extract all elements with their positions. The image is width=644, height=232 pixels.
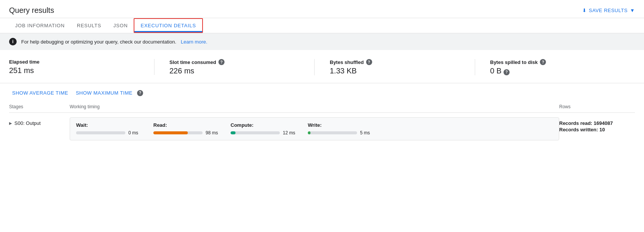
- elapsed-time-label: Elapsed time: [9, 59, 39, 65]
- rows-col-s00: Records read: 1694087 Records written: 1…: [559, 117, 635, 133]
- metric-bytes-shuffled: Bytes shuffled ? 1.33 KB: [330, 59, 475, 75]
- download-icon: ⬇: [582, 8, 587, 13]
- timing-help-icon[interactable]: ?: [137, 90, 143, 96]
- timing-read-fill: [153, 131, 188, 134]
- bytes-spilled-label: Bytes spilled to disk: [490, 59, 538, 65]
- slot-time-label: Slot time consumed: [170, 59, 217, 65]
- tab-execution-details[interactable]: EXECUTION DETAILS: [134, 18, 203, 33]
- stage-row-s00: ▶ S00: Output Wait: 0 ms Read:: [9, 113, 635, 145]
- timing-write-value: 5 ms: [360, 130, 370, 135]
- stage-expand-icon[interactable]: ▶: [9, 121, 12, 125]
- timing-read: Read: 98 ms: [153, 122, 221, 135]
- stage-name-s00[interactable]: ▶ S00: Output: [9, 117, 70, 126]
- info-icon: i: [9, 38, 17, 45]
- timing-compute-bar: [231, 131, 280, 134]
- learn-more-link[interactable]: Learn more.: [181, 39, 207, 45]
- rows-col-header: Rows: [559, 104, 635, 109]
- timing-write-label: Write:: [308, 122, 376, 128]
- timing-read-label: Read:: [153, 122, 221, 128]
- show-maximum-time-button[interactable]: SHOW MAXIMUM TIME: [73, 88, 136, 98]
- page-title: Query results: [9, 6, 54, 15]
- bytes-spilled-help-icon[interactable]: ?: [540, 59, 546, 65]
- save-results-button[interactable]: ⬇ SAVE RESULTS ▼: [582, 8, 635, 13]
- timing-read-value: 98 ms: [206, 130, 218, 135]
- working-timing-col-header: Working timing: [70, 104, 559, 109]
- bytes-spilled-inline-help-icon[interactable]: ?: [504, 69, 510, 75]
- timing-write-bar: [308, 131, 357, 134]
- stages-table: Stages Working timing Rows ▶ S00: Output…: [0, 101, 644, 145]
- metric-bytes-spilled: Bytes spilled to disk ? 0 B ?: [490, 59, 635, 75]
- tab-job-information[interactable]: JOB INFORMATION: [9, 18, 71, 33]
- timing-wait-value: 0 ms: [128, 130, 138, 135]
- slot-time-value: 226 ms: [170, 67, 299, 75]
- timing-wait: Wait: 0 ms: [76, 122, 144, 135]
- bytes-shuffled-help-icon[interactable]: ?: [366, 59, 372, 65]
- slot-time-help-icon[interactable]: ?: [218, 59, 225, 65]
- timing-wait-label: Wait:: [76, 122, 144, 128]
- timing-compute: Compute: 12 ms: [231, 122, 299, 135]
- bytes-spilled-value: 0 B ?: [490, 67, 620, 75]
- elapsed-time-value: 251 ms: [9, 66, 139, 75]
- records-written: Records written: 10: [559, 127, 635, 132]
- timing-write: Write: 5 ms: [308, 122, 376, 135]
- show-average-time-button[interactable]: SHOW AVERAGE TIME: [9, 88, 71, 98]
- save-results-label: SAVE RESULTS: [589, 8, 627, 13]
- toggle-row: SHOW AVERAGE TIME SHOW MAXIMUM TIME ?: [0, 83, 644, 101]
- bytes-shuffled-value: 1.33 KB: [330, 67, 460, 75]
- bytes-shuffled-label: Bytes shuffled: [330, 59, 364, 65]
- timing-compute-label: Compute:: [231, 122, 299, 128]
- timing-compute-fill: [231, 131, 235, 134]
- timing-read-bar: [153, 131, 203, 134]
- timing-container-s00: Wait: 0 ms Read: 98 ms: [70, 117, 559, 140]
- tab-json[interactable]: JSON: [108, 18, 134, 33]
- metric-slot-time: Slot time consumed ? 226 ms: [170, 59, 315, 75]
- stages-table-header: Stages Working timing Rows: [9, 101, 635, 113]
- tab-results[interactable]: RESULTS: [71, 18, 108, 33]
- stage-label-s00: S00: Output: [14, 120, 41, 126]
- info-text: For help debugging or optimizing your qu…: [21, 39, 176, 45]
- timing-wait-bar: [76, 131, 125, 134]
- stages-col-header: Stages: [9, 104, 70, 109]
- metric-elapsed-time: Elapsed time 251 ms: [9, 59, 154, 75]
- tabs-bar: JOB INFORMATION RESULTS JSON EXECUTION D…: [0, 18, 644, 33]
- records-read: Records read: 1694087: [559, 120, 635, 126]
- header: Query results ⬇ SAVE RESULTS ▼: [0, 0, 644, 18]
- timing-write-fill: [308, 131, 310, 134]
- metrics-row: Elapsed time 251 ms Slot time consumed ?…: [0, 50, 644, 83]
- info-banner: i For help debugging or optimizing your …: [0, 33, 644, 50]
- timing-compute-value: 12 ms: [283, 130, 295, 135]
- chevron-down-icon: ▼: [630, 8, 635, 13]
